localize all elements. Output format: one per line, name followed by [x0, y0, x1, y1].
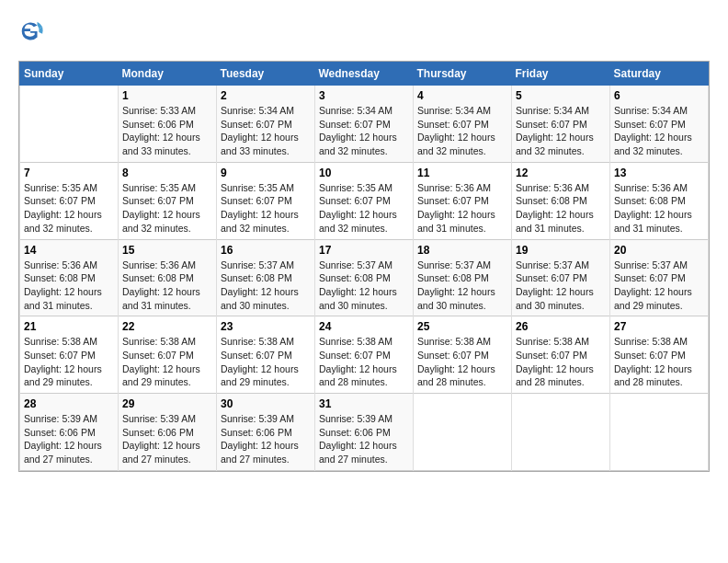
cell-info: Sunrise: 5:36 AM Sunset: 6:08 PM Dayligh…: [516, 181, 606, 236]
day-number: 22: [122, 320, 212, 333]
day-number: 13: [614, 167, 704, 179]
title-block: [48, 18, 710, 28]
cell-info: Sunrise: 5:38 AM Sunset: 6:07 PM Dayligh…: [614, 335, 704, 389]
cell-info: Sunrise: 5:38 AM Sunset: 6:07 PM Dayligh…: [319, 335, 409, 389]
calendar-week-row: 1Sunrise: 5:33 AM Sunset: 6:06 PM Daylig…: [20, 86, 709, 162]
general-blue-logo-icon: [18, 18, 44, 44]
cell-info: Sunrise: 5:38 AM Sunset: 6:07 PM Dayligh…: [516, 335, 606, 389]
day-number: 21: [24, 320, 114, 333]
cell-info: Sunrise: 5:37 AM Sunset: 6:08 PM Dayligh…: [417, 259, 507, 313]
cell-info: Sunrise: 5:34 AM Sunset: 6:07 PM Dayligh…: [516, 104, 606, 158]
cell-info: Sunrise: 5:34 AM Sunset: 6:07 PM Dayligh…: [319, 104, 409, 158]
calendar-cell: 31Sunrise: 5:39 AM Sunset: 6:06 PM Dayli…: [315, 394, 414, 471]
calendar-cell: 15Sunrise: 5:36 AM Sunset: 6:08 PM Dayli…: [119, 239, 217, 316]
cell-info: Sunrise: 5:37 AM Sunset: 6:08 PM Dayligh…: [319, 259, 409, 313]
cell-info: Sunrise: 5:35 AM Sunset: 6:07 PM Dayligh…: [221, 181, 311, 236]
calendar-cell: 3Sunrise: 5:34 AM Sunset: 6:07 PM Daylig…: [315, 86, 414, 162]
calendar-cell: 16Sunrise: 5:37 AM Sunset: 6:08 PM Dayli…: [217, 239, 315, 316]
cell-info: Sunrise: 5:34 AM Sunset: 6:07 PM Dayligh…: [221, 104, 311, 158]
day-number: 14: [24, 244, 114, 257]
calendar-cell: 18Sunrise: 5:37 AM Sunset: 6:08 PM Dayli…: [414, 239, 512, 316]
calendar-header-row: SundayMondayTuesdayWednesdayThursdayFrid…: [20, 62, 709, 86]
page-header: [18, 18, 710, 53]
calendar-cell: 11Sunrise: 5:36 AM Sunset: 6:07 PM Dayli…: [414, 162, 512, 239]
calendar-cell: 7Sunrise: 5:35 AM Sunset: 6:07 PM Daylig…: [20, 162, 119, 239]
day-number: 24: [319, 320, 409, 333]
calendar-table: SundayMondayTuesdayWednesdayThursdayFrid…: [19, 62, 709, 471]
col-header-saturday: Saturday: [610, 62, 709, 86]
calendar-cell: 23Sunrise: 5:38 AM Sunset: 6:07 PM Dayli…: [217, 316, 315, 394]
day-number: 29: [122, 397, 212, 410]
cell-info: Sunrise: 5:39 AM Sunset: 6:06 PM Dayligh…: [24, 412, 114, 466]
day-number: 31: [319, 397, 409, 410]
day-number: 30: [221, 397, 311, 410]
calendar-cell: 20Sunrise: 5:37 AM Sunset: 6:07 PM Dayli…: [610, 239, 709, 316]
calendar-table-container: SundayMondayTuesdayWednesdayThursdayFrid…: [18, 61, 710, 472]
calendar-cell: 8Sunrise: 5:35 AM Sunset: 6:07 PM Daylig…: [119, 162, 217, 239]
cell-info: Sunrise: 5:36 AM Sunset: 6:07 PM Dayligh…: [417, 181, 507, 236]
day-number: 2: [221, 89, 311, 102]
col-header-monday: Monday: [119, 62, 217, 86]
cell-info: Sunrise: 5:35 AM Sunset: 6:07 PM Dayligh…: [319, 181, 409, 236]
calendar-cell: 2Sunrise: 5:34 AM Sunset: 6:07 PM Daylig…: [217, 86, 315, 162]
col-header-sunday: Sunday: [20, 62, 119, 86]
calendar-cell: 22Sunrise: 5:38 AM Sunset: 6:07 PM Dayli…: [119, 316, 217, 394]
calendar-cell: [512, 394, 610, 471]
calendar-cell: 19Sunrise: 5:37 AM Sunset: 6:07 PM Dayli…: [512, 239, 610, 316]
cell-info: Sunrise: 5:36 AM Sunset: 6:08 PM Dayligh…: [24, 259, 114, 313]
day-number: 10: [319, 167, 409, 179]
calendar-cell: 5Sunrise: 5:34 AM Sunset: 6:07 PM Daylig…: [512, 86, 610, 162]
day-number: 15: [122, 244, 212, 257]
day-number: 25: [417, 320, 507, 333]
day-number: 23: [221, 320, 311, 333]
day-number: 3: [319, 89, 409, 102]
cell-info: Sunrise: 5:36 AM Sunset: 6:08 PM Dayligh…: [614, 181, 704, 236]
day-number: 4: [417, 89, 507, 102]
day-number: 5: [516, 89, 606, 102]
calendar-cell: 24Sunrise: 5:38 AM Sunset: 6:07 PM Dayli…: [315, 316, 414, 394]
day-number: 19: [516, 244, 606, 257]
day-number: 17: [319, 244, 409, 257]
day-number: 28: [24, 397, 114, 410]
cell-info: Sunrise: 5:38 AM Sunset: 6:07 PM Dayligh…: [24, 335, 114, 389]
calendar-cell: 14Sunrise: 5:36 AM Sunset: 6:08 PM Dayli…: [20, 239, 119, 316]
calendar-week-row: 14Sunrise: 5:36 AM Sunset: 6:08 PM Dayli…: [20, 239, 709, 316]
calendar-week-row: 7Sunrise: 5:35 AM Sunset: 6:07 PM Daylig…: [20, 162, 709, 239]
cell-info: Sunrise: 5:37 AM Sunset: 6:07 PM Dayligh…: [614, 259, 704, 313]
cell-info: Sunrise: 5:38 AM Sunset: 6:07 PM Dayligh…: [417, 335, 507, 389]
cell-info: Sunrise: 5:35 AM Sunset: 6:07 PM Dayligh…: [24, 181, 114, 236]
day-number: 12: [516, 167, 606, 179]
cell-info: Sunrise: 5:36 AM Sunset: 6:08 PM Dayligh…: [122, 259, 212, 313]
col-header-thursday: Thursday: [414, 62, 512, 86]
calendar-cell: 1Sunrise: 5:33 AM Sunset: 6:06 PM Daylig…: [119, 86, 217, 162]
calendar-week-row: 21Sunrise: 5:38 AM Sunset: 6:07 PM Dayli…: [20, 316, 709, 394]
day-number: 18: [417, 244, 507, 257]
cell-info: Sunrise: 5:39 AM Sunset: 6:06 PM Dayligh…: [319, 412, 409, 466]
calendar-cell: 27Sunrise: 5:38 AM Sunset: 6:07 PM Dayli…: [610, 316, 709, 394]
day-number: 1: [122, 89, 212, 102]
cell-info: Sunrise: 5:37 AM Sunset: 6:08 PM Dayligh…: [221, 259, 311, 313]
calendar-cell: 26Sunrise: 5:38 AM Sunset: 6:07 PM Dayli…: [512, 316, 610, 394]
cell-info: Sunrise: 5:34 AM Sunset: 6:07 PM Dayligh…: [614, 104, 704, 158]
calendar-cell: 4Sunrise: 5:34 AM Sunset: 6:07 PM Daylig…: [414, 86, 512, 162]
cell-info: Sunrise: 5:38 AM Sunset: 6:07 PM Dayligh…: [221, 335, 311, 389]
day-number: 11: [417, 167, 507, 179]
calendar-cell: 13Sunrise: 5:36 AM Sunset: 6:08 PM Dayli…: [610, 162, 709, 239]
calendar-week-row: 28Sunrise: 5:39 AM Sunset: 6:06 PM Dayli…: [20, 394, 709, 471]
day-number: 27: [614, 320, 704, 333]
calendar-cell: 9Sunrise: 5:35 AM Sunset: 6:07 PM Daylig…: [217, 162, 315, 239]
calendar-cell: 21Sunrise: 5:38 AM Sunset: 6:07 PM Dayli…: [20, 316, 119, 394]
cell-info: Sunrise: 5:39 AM Sunset: 6:06 PM Dayligh…: [122, 412, 212, 466]
col-header-wednesday: Wednesday: [315, 62, 414, 86]
calendar-cell: 25Sunrise: 5:38 AM Sunset: 6:07 PM Dayli…: [414, 316, 512, 394]
calendar-cell: [20, 86, 119, 162]
calendar-cell: 10Sunrise: 5:35 AM Sunset: 6:07 PM Dayli…: [315, 162, 414, 239]
logo-block: [18, 18, 48, 44]
calendar-cell: [610, 394, 709, 471]
calendar-cell: [414, 394, 512, 471]
day-number: 8: [122, 167, 212, 179]
day-number: 16: [221, 244, 311, 257]
day-number: 20: [614, 244, 704, 257]
col-header-tuesday: Tuesday: [217, 62, 315, 86]
col-header-friday: Friday: [512, 62, 610, 86]
